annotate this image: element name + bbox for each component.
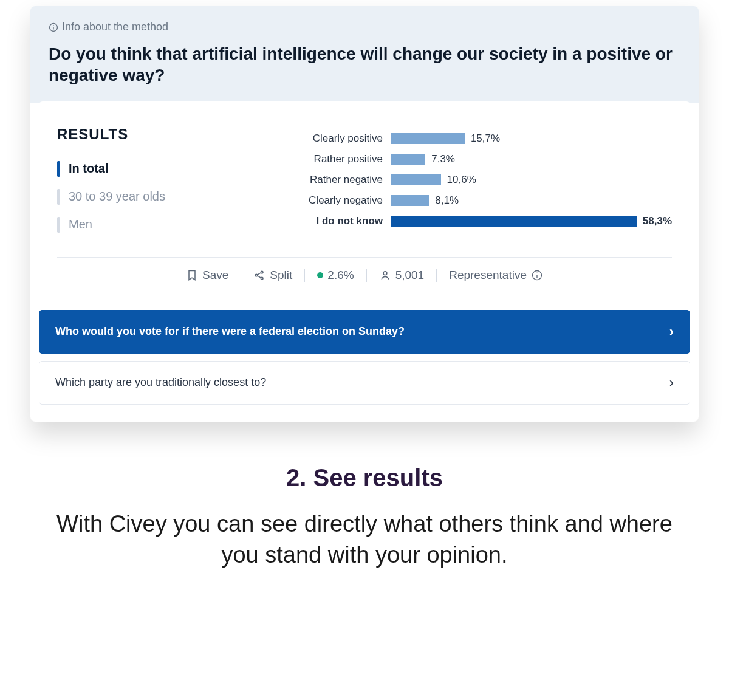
followup-question-button[interactable]: Which party are you traditionally closes… [39, 361, 690, 405]
bar-label: Rather negative [300, 174, 391, 186]
svg-point-3 [256, 274, 258, 276]
marketing-title: 2. See results [36, 464, 693, 492]
results-heading: RESULTS [57, 126, 276, 143]
svg-line-6 [258, 272, 261, 274]
bar-value: 15,7% [471, 132, 500, 145]
filter-marker-icon [57, 189, 60, 205]
filter-item[interactable]: In total [57, 155, 276, 183]
svg-point-8 [383, 271, 387, 275]
svg-line-7 [258, 275, 261, 277]
split-button[interactable]: Split [253, 269, 292, 282]
survey-card: Info about the method Do you think that … [30, 6, 699, 422]
results-filters: RESULTS In total30 to 39 year oldsMen [57, 126, 276, 239]
split-label: Split [270, 269, 292, 282]
bar-row: Clearly negative8,1% [300, 190, 672, 211]
marketing-section: 2. See results With Civey you can see di… [0, 464, 729, 571]
filter-item[interactable]: 30 to 39 year olds [57, 183, 276, 211]
filter-item[interactable]: Men [57, 211, 276, 239]
person-icon [379, 269, 391, 281]
results-panel: RESULTS In total30 to 39 year oldsMen Cl… [39, 101, 690, 297]
bar-fill [391, 133, 465, 144]
status-dot-icon [317, 272, 323, 278]
card-header: Info about the method Do you think that … [30, 6, 699, 103]
followup-question-text: Which party are you traditionally closes… [55, 376, 266, 389]
separator [304, 269, 305, 282]
bar-track: 58,3% [391, 215, 672, 227]
followup-question-text: Who would you vote for if there were a f… [55, 325, 405, 338]
chevron-right-icon: › [669, 375, 674, 391]
bookmark-icon [186, 269, 198, 281]
representative-indicator[interactable]: Representative [449, 269, 543, 282]
bar-value: 7,3% [431, 153, 455, 165]
bar-label: Clearly positive [300, 132, 391, 145]
info-method-link[interactable]: Info about the method [49, 21, 168, 33]
bar-track: 8,1% [391, 194, 672, 207]
followup-question-button[interactable]: Who would you vote for if there were a f… [39, 310, 690, 354]
bar-row: Clearly positive15,7% [300, 128, 672, 149]
bar-fill [391, 216, 637, 227]
results-bar-chart: Clearly positive15,7%Rather positive7,3%… [300, 126, 672, 239]
filter-marker-icon [57, 217, 60, 233]
bar-label: I do not know [300, 215, 391, 227]
bar-value: 8,1% [435, 194, 459, 207]
svg-point-11 [536, 272, 538, 273]
bar-fill [391, 195, 429, 206]
results-toolbar: Save Split 2.6% 5,001 [57, 257, 672, 282]
respondent-count[interactable]: 5,001 [379, 269, 425, 282]
respondent-count-value: 5,001 [395, 269, 425, 282]
bar-value: 58,3% [643, 215, 672, 227]
bar-row: Rather negative10,6% [300, 170, 672, 190]
filter-label: 30 to 39 year olds [69, 190, 165, 204]
bar-track: 10,6% [391, 174, 672, 186]
bar-label: Clearly negative [300, 194, 391, 207]
separator [366, 269, 367, 282]
filter-label: Men [69, 218, 92, 232]
separator [241, 269, 241, 282]
separator [436, 269, 437, 282]
error-margin-value: 2.6% [327, 269, 354, 282]
bar-row: I do not know58,3% [300, 211, 672, 232]
bar-track: 7,3% [391, 153, 672, 165]
bar-track: 15,7% [391, 132, 672, 145]
save-label: Save [202, 269, 228, 282]
chevron-right-icon: › [669, 324, 674, 340]
filter-label: In total [69, 162, 109, 176]
info-icon [49, 22, 58, 32]
filter-marker-icon [57, 161, 60, 177]
representative-label: Representative [449, 269, 527, 282]
svg-point-5 [261, 277, 264, 280]
bar-fill [391, 174, 441, 185]
bar-label: Rather positive [300, 153, 391, 165]
bar-fill [391, 154, 425, 165]
bar-value: 10,6% [447, 174, 476, 186]
svg-point-4 [261, 271, 264, 273]
share-icon [253, 269, 265, 281]
error-margin[interactable]: 2.6% [317, 269, 354, 282]
info-icon [531, 269, 543, 281]
info-method-label: Info about the method [62, 21, 168, 33]
bar-row: Rather positive7,3% [300, 149, 672, 170]
save-button[interactable]: Save [186, 269, 228, 282]
followup-questions: Who would you vote for if there were a f… [30, 297, 699, 422]
survey-question: Do you think that artificial intelligenc… [49, 43, 680, 86]
svg-point-2 [53, 24, 53, 25]
marketing-text: With Civey you can see directly what oth… [36, 509, 693, 571]
